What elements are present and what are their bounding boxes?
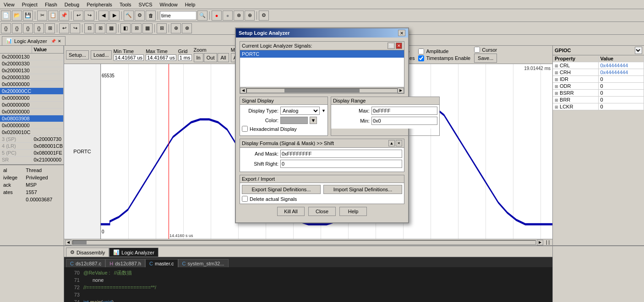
- list-item[interactable]: 0x00000000: [0, 122, 64, 129]
- dialog-close-button[interactable]: ✕: [398, 30, 405, 36]
- color-dropdown-btn[interactable]: ▼: [310, 117, 317, 124]
- rp-row-crl[interactable]: ⊞ CRL 0x44444444: [553, 62, 644, 69]
- menu-svcs[interactable]: SVCS: [137, 1, 154, 8]
- tb-save[interactable]: 💾: [23, 11, 33, 21]
- rp-row-crh[interactable]: ⊞ CRH 0x44444444: [553, 69, 644, 76]
- tb-copy[interactable]: 📋: [48, 11, 58, 21]
- tb-new[interactable]: 📄: [1, 11, 11, 21]
- load-button[interactable]: Load...: [91, 50, 112, 59]
- expand-bsrr[interactable]: ⊞: [555, 91, 558, 96]
- zoom-out-button[interactable]: Out: [204, 53, 218, 62]
- tb2-3[interactable]: {}: [23, 23, 33, 33]
- tab-logic-analyzer[interactable]: 📊 Logic Analyzer 📌 ✕: [2, 36, 65, 45]
- tb-cut[interactable]: ✂: [37, 11, 47, 21]
- tb-build2[interactable]: ⚙: [135, 11, 145, 21]
- list-item[interactable]: 0x20000130: [0, 54, 64, 60]
- tb2-13[interactable]: ▦: [142, 23, 153, 33]
- and-mask-input[interactable]: [280, 150, 402, 158]
- list-item[interactable]: 0x00000000: [0, 95, 64, 102]
- list-item[interactable]: 4 (LR)0x080001CB: [0, 143, 64, 150]
- gpioc-select[interactable]: [635, 47, 642, 54]
- code-editor[interactable]: 70 @ReValue : //函数描 71 none 72 //=======…: [64, 267, 552, 302]
- scroll-track[interactable]: [72, 240, 536, 245]
- menu-debug[interactable]: Debug: [63, 1, 81, 8]
- tb-search[interactable]: 🔍: [197, 11, 207, 21]
- save-button[interactable]: Save...: [474, 54, 497, 63]
- list-item[interactable]: 0x20000130: [0, 67, 64, 74]
- list-item[interactable]: 5 (PC)0x080001FE: [0, 150, 64, 156]
- tb2-16[interactable]: ⊗: [182, 23, 192, 33]
- file-tab-systemstm32[interactable]: C system_stm32...: [178, 259, 229, 267]
- formula-title[interactable]: Display Formula (Signal & Mask) >> Shift…: [240, 139, 404, 148]
- tb2-15[interactable]: ⊕: [171, 23, 181, 33]
- tb2-7[interactable]: ↪: [70, 23, 80, 33]
- menu-project[interactable]: Project: [20, 1, 39, 8]
- tb2-12[interactable]: ⊞: [131, 23, 142, 33]
- scroll-left-btn[interactable]: ◀: [65, 240, 71, 245]
- list-item[interactable]: 0x20000330: [0, 60, 64, 67]
- signal-scroll-left[interactable]: ◀: [240, 88, 246, 93]
- tb-redo[interactable]: ↪: [84, 11, 94, 21]
- cursor-checkbox[interactable]: [474, 47, 480, 53]
- rp-row-lckr[interactable]: ⊞ LCKR 0: [553, 103, 644, 110]
- rp-row-idr[interactable]: ⊞ IDR 0: [553, 76, 644, 83]
- list-item[interactable]: 0x00000000: [0, 81, 64, 88]
- min-input[interactable]: [371, 117, 437, 125]
- menu-view[interactable]: View: [2, 1, 16, 8]
- tab-close-icon[interactable]: ✕: [58, 39, 61, 43]
- signal-list[interactable]: PORTC: [240, 50, 404, 87]
- tb-settings[interactable]: ⚙: [259, 11, 269, 21]
- rp-row-brr[interactable]: ⊞ BRR 0: [553, 97, 644, 103]
- shift-input[interactable]: [280, 160, 402, 168]
- formula-close-btn[interactable]: ✕: [396, 140, 402, 146]
- tb2-14[interactable]: ⊞: [157, 23, 167, 33]
- file-tab-ds12c887c[interactable]: C ds12c887.c: [66, 259, 105, 267]
- list-item[interactable]: SR0x21000000: [0, 156, 64, 163]
- tb-debug4[interactable]: ⊕: [245, 11, 255, 21]
- menu-peripherals[interactable]: Peripherals: [85, 1, 114, 8]
- tb2-2[interactable]: {}: [12, 23, 22, 33]
- file-tab-ds12c887h[interactable]: H ds12c887.h: [105, 259, 145, 267]
- scroll-thumb[interactable]: [73, 241, 87, 244]
- tb-clean[interactable]: 🗑: [146, 11, 156, 21]
- signals-expand-btn[interactable]: ⬜: [387, 43, 395, 49]
- tb2-11[interactable]: ◧: [120, 23, 131, 33]
- expand-crh[interactable]: ⊞: [555, 70, 558, 75]
- setup-button[interactable]: Setup...: [66, 50, 89, 59]
- tb-debug-start[interactable]: ●: [212, 11, 222, 21]
- tb-forward[interactable]: ▶: [109, 11, 120, 21]
- tb-undo[interactable]: ↩: [73, 11, 83, 21]
- signal-scroll-right[interactable]: ▶: [398, 88, 404, 93]
- signals-close-btn[interactable]: ✕: [396, 43, 402, 49]
- tab-disassembly[interactable]: ⚙ Disassembly: [66, 248, 109, 257]
- menu-flash[interactable]: Flash: [43, 1, 59, 8]
- rp-row-bsrr[interactable]: ⊞ BSRR 0: [553, 90, 644, 97]
- tb2-10[interactable]: ▦: [106, 23, 116, 33]
- tb2-8[interactable]: ⊟: [84, 23, 94, 33]
- expand-brr[interactable]: ⊞: [555, 98, 558, 102]
- tb2-1[interactable]: {}: [1, 23, 11, 33]
- export-signal-btn[interactable]: Export Signal Definitions...: [242, 185, 321, 194]
- file-tab-masterc[interactable]: C master.c: [145, 259, 178, 267]
- tb-build[interactable]: 🔨: [124, 11, 134, 21]
- amplitude-checkbox[interactable]: [418, 49, 424, 54]
- delete-signals-checkbox[interactable]: [242, 196, 248, 202]
- menu-help[interactable]: Help: [183, 1, 197, 8]
- dialog-close-bottom-button[interactable]: Close: [308, 207, 336, 216]
- menu-window[interactable]: Window: [158, 1, 180, 8]
- expand-crl[interactable]: ⊞: [555, 64, 558, 68]
- display-type-select[interactable]: Analog Digital Hexadecimal: [280, 107, 320, 115]
- max-input[interactable]: [371, 107, 437, 115]
- zoom-all-button[interactable]: All: [218, 53, 229, 62]
- tb2-5[interactable]: ⊞: [45, 23, 55, 33]
- setup-logic-analyzer-dialog[interactable]: Setup Logic Analyzer ✕ Current Logic Ana…: [235, 27, 409, 223]
- tb-paste[interactable]: 📌: [59, 11, 69, 21]
- list-item[interactable]: 0x08003908: [0, 115, 64, 122]
- signal-item-portc[interactable]: PORTC: [240, 50, 404, 58]
- search-input[interactable]: [160, 11, 196, 20]
- timestamps-checkbox[interactable]: [418, 55, 424, 61]
- tb-open[interactable]: 📂: [12, 11, 22, 21]
- scroll-right-btn[interactable]: ▶: [537, 240, 543, 245]
- rp-row-odr[interactable]: ⊞ ODR 0: [553, 83, 644, 90]
- expand-idr[interactable]: ⊞: [555, 77, 558, 82]
